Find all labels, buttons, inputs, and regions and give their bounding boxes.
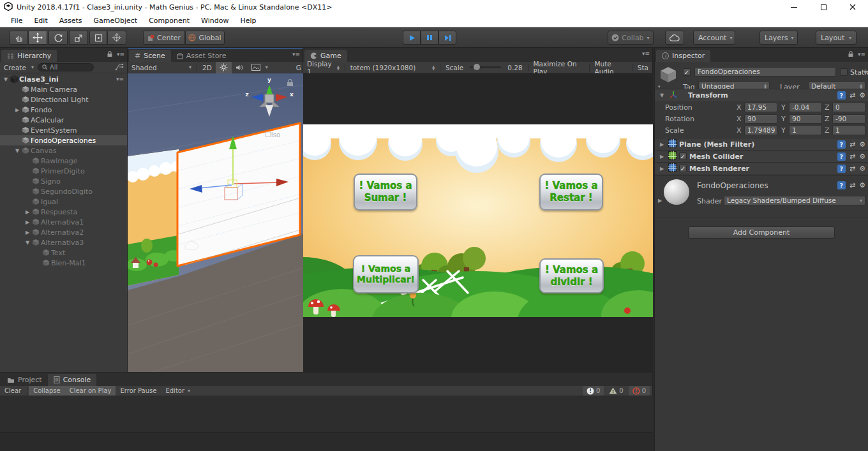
rotation-y-field[interactable]: 90	[789, 114, 822, 124]
hierarchy-item-rawimage[interactable]: RawImage	[0, 156, 127, 166]
panel-menu-icon[interactable]: ▾≡	[858, 51, 865, 57]
hierarchy-item-directional light[interactable]: Directional Light	[0, 94, 127, 105]
scale-slider-knob[interactable]	[474, 64, 480, 70]
clear-on-play-toggle[interactable]: Clear on Play	[65, 386, 116, 396]
move-tool-button[interactable]	[28, 31, 47, 45]
maximize-on-play-toggle[interactable]: Maximize On Play	[530, 62, 588, 73]
panel-menu-icon[interactable]: ▾≡	[292, 51, 300, 57]
position-x-field[interactable]: 17.95	[744, 103, 777, 112]
hierarchy-item-eventsystem[interactable]: EventSystem	[0, 125, 127, 135]
foldout-arrow[interactable]: ▶	[659, 142, 665, 147]
hierarchy-item-canvas[interactable]: ▼Canvas	[0, 145, 127, 156]
component-plane-mesh-filter-[interactable]: ▶Plane (Mesh Filter)?⇄⚙	[655, 138, 868, 150]
clear-button[interactable]: Clear	[0, 386, 26, 396]
cloud-button[interactable]	[665, 31, 684, 45]
display-dropdown[interactable]: Display 1▲▼	[303, 62, 343, 73]
component-mesh-renderer[interactable]: ▶✓Mesh Renderer?⇄⚙	[655, 162, 868, 174]
error-count-toggle[interactable]: ! 0	[629, 386, 650, 396]
account-dropdown[interactable]: Account▾	[693, 31, 735, 45]
stats-toggle-cut[interactable]: Sta	[634, 62, 652, 73]
gear-icon[interactable]: ⚙	[859, 140, 865, 149]
hierarchy-item-respuesta[interactable]: ▶Respuesta	[0, 207, 127, 217]
menu-edit[interactable]: Edit	[28, 17, 53, 25]
preset-icon[interactable]: ⇄	[849, 181, 855, 189]
active-checkbox[interactable]: ✓	[683, 68, 691, 76]
help-icon[interactable]: ?	[837, 165, 846, 173]
static-dropdown-arrow[interactable]: ▼	[864, 70, 867, 75]
maximize-button[interactable]	[809, 0, 838, 14]
foldout-arrow[interactable]: ▶	[659, 166, 665, 172]
collapse-toggle[interactable]: Collapse	[29, 386, 65, 396]
rect-tool-button[interactable]	[89, 31, 107, 45]
pause-button[interactable]	[421, 31, 438, 45]
lighting-toggle[interactable]	[216, 62, 232, 73]
tab-project[interactable]: Project	[1, 374, 48, 386]
transform-header[interactable]: ▼ Transform ?⇄⚙	[655, 89, 868, 101]
foldout-arrow[interactable]: ▼	[659, 92, 665, 98]
hierarchy-item-text[interactable]: Text	[0, 248, 127, 258]
preset-icon[interactable]: ⇄	[849, 91, 855, 100]
hierarchy-item-clase3_ini[interactable]: ▼Clase3_ini▾≡	[0, 74, 127, 84]
scale-y-field[interactable]: 1	[789, 126, 822, 135]
position-y-field[interactable]: -0.04	[789, 103, 822, 112]
hierarchy-item-fondooperaciones[interactable]: FondoOperaciones	[0, 135, 127, 145]
hierarchy-item-bien-mal1[interactable]: Bien-Mal1	[0, 258, 127, 268]
position-z-field[interactable]: 0	[832, 103, 865, 112]
vamos-a-multiplicar-button[interactable]: ! Vamos a Multiplicar!	[353, 255, 419, 293]
foldout-arrow[interactable]: ▶	[24, 230, 31, 235]
pivot-toggle-button[interactable]: Center	[143, 31, 185, 45]
hierarchy-item-alternativa3[interactable]: ▼Alternativa3	[0, 237, 127, 248]
tab-console[interactable]: Console	[48, 374, 97, 386]
component-mesh-collider[interactable]: ▶✓Mesh Collider?⇄⚙	[655, 150, 868, 162]
static-checkbox[interactable]	[840, 68, 848, 76]
scale-z-field[interactable]: 1	[832, 126, 865, 135]
hierarchy-item-main camera[interactable]: Main Camera	[0, 84, 127, 94]
vamos-a-restar-button[interactable]: ! Vamos a Restar !	[539, 174, 603, 211]
layout-dropdown[interactable]: Layout▾	[816, 31, 857, 45]
collab-dropdown[interactable]: Collab▾	[608, 31, 654, 45]
tab-asset-store[interactable]: Asset Store	[171, 50, 232, 62]
material-foldout-arrow[interactable]: ▶	[657, 198, 663, 203]
menu-gameobject[interactable]: GameObject	[88, 17, 144, 25]
gameobject-cube-icon[interactable]: ▾	[659, 66, 677, 85]
pan-tool-button[interactable]	[9, 31, 28, 45]
foldout-arrow[interactable]: ▼	[3, 77, 9, 82]
draw-mode-dropdown[interactable]: Shaded▾	[128, 62, 195, 73]
hierarchy-search-input[interactable]: All	[38, 63, 94, 71]
rotation-x-field[interactable]: 90	[744, 114, 777, 124]
scale-x-field[interactable]: 1.79489	[744, 126, 777, 135]
panel-menu-icon[interactable]: ▾≡	[642, 50, 650, 57]
menu-file[interactable]: File	[5, 17, 28, 25]
vamos-a-sumar-button[interactable]: ! Vamos a Sumar !	[354, 174, 417, 211]
scene-menu-icon[interactable]: ▾≡	[116, 76, 124, 82]
foldout-arrow[interactable]: ▼	[24, 240, 31, 246]
scale-slider[interactable]	[470, 66, 501, 68]
foldout-arrow[interactable]: ▼	[14, 148, 20, 154]
panel-menu-icon[interactable]: ▾≡	[117, 51, 124, 57]
audio-toggle[interactable]	[232, 62, 248, 73]
hierarchy-item-segundodigito[interactable]: SegundoDigito	[0, 186, 127, 196]
hierarchy-item-fondo[interactable]: ▶Fondo	[0, 105, 127, 115]
tab-scene[interactable]: # Scene	[129, 50, 171, 62]
gameobject-name-field[interactable]: FondoOperaciones	[694, 67, 836, 77]
game-viewport[interactable]: ! Vamos a Sumar ! ! Vamos a Restar ! ! V…	[303, 73, 653, 372]
preset-icon[interactable]: ⇄	[849, 165, 855, 173]
hierarchy-item-acalcular[interactable]: ACalcular	[0, 115, 127, 125]
2d-toggle[interactable]: 2D	[198, 62, 216, 73]
gear-icon[interactable]: ⚙	[859, 152, 865, 161]
gear-icon[interactable]: ⚙	[859, 165, 865, 173]
resolution-dropdown[interactable]: totem (1920x1080)▲▼	[347, 62, 438, 73]
foldout-arrow[interactable]: ▶	[24, 219, 31, 225]
preset-icon[interactable]: ⇄	[849, 140, 855, 149]
foldout-arrow[interactable]: ▶	[24, 209, 31, 215]
preset-icon[interactable]: ⇄	[849, 152, 855, 161]
scene-viewport[interactable]: y z x Iso	[128, 73, 303, 372]
foldout-arrow[interactable]: ▶	[14, 107, 20, 113]
gizmos-dropdown-cut[interactable]: G	[296, 64, 301, 71]
console-detail-pane[interactable]	[0, 432, 653, 451]
info-count-toggle[interactable]: ! 0	[583, 386, 604, 396]
gear-icon[interactable]: ⚙	[859, 91, 865, 100]
warning-count-toggle[interactable]: ! 0	[605, 386, 627, 396]
vamos-a-dividir-button[interactable]: ! Vamos a dividir !	[539, 258, 604, 293]
help-icon[interactable]: ?	[837, 140, 846, 149]
